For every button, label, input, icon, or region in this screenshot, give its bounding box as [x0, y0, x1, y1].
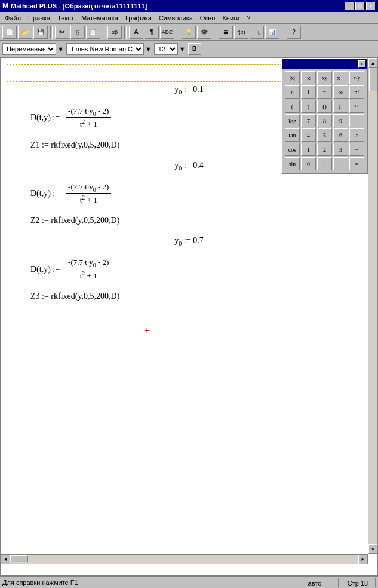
- lightbulb-icon[interactable]: 💡: [182, 26, 196, 39]
- calc-xovery[interactable]: x/y: [349, 71, 364, 84]
- calc-pi[interactable]: π: [317, 85, 332, 99]
- toolbar-btn-abc[interactable]: ABC: [160, 26, 174, 39]
- scroll-track-right: [368, 68, 378, 544]
- block-Z3: Z3 := rkfixed(y,0,5,200,D): [13, 292, 365, 301]
- save-button[interactable]: 💾: [33, 26, 48, 39]
- cut-button[interactable]: ✂: [55, 26, 69, 39]
- close-button[interactable]: ×: [366, 2, 376, 10]
- menu-books[interactable]: Книги: [219, 13, 243, 23]
- calc-cos[interactable]: cos: [285, 143, 300, 156]
- calc-minus[interactable]: −: [333, 157, 348, 170]
- calc-8[interactable]: 8: [317, 114, 332, 127]
- calc-equals[interactable]: =: [349, 157, 364, 170]
- calc-5[interactable]: 5: [317, 128, 332, 142]
- calc-abs[interactable]: |x|: [285, 71, 300, 84]
- calc-sin[interactable]: sin: [285, 157, 300, 170]
- calc-e[interactable]: e: [285, 85, 300, 99]
- new-button[interactable]: 📄: [2, 26, 17, 39]
- fcalc-button[interactable]: f(x): [234, 26, 248, 39]
- dropdown-arrow-font: ▼: [145, 45, 152, 53]
- calc-xinv[interactable]: x-1: [333, 71, 348, 84]
- app-icon: M: [2, 2, 8, 10]
- copy-button[interactable]: ⎘: [70, 26, 85, 39]
- calc-3[interactable]: 3: [333, 143, 348, 156]
- Z1-assign: Z1 := rkfixed(y,0,5,200,D): [30, 140, 119, 149]
- calc-i[interactable]: i: [301, 85, 316, 99]
- calc-9[interactable]: 9: [333, 114, 348, 127]
- open-button[interactable]: 📂: [18, 26, 32, 39]
- cursor-plus: +: [144, 325, 378, 338]
- toolbar-btn-a[interactable]: A: [129, 26, 143, 39]
- calc-title-bar: ×: [282, 59, 367, 69]
- menu-text[interactable]: Текст: [54, 13, 78, 23]
- menu-math[interactable]: Математика: [78, 13, 122, 23]
- calc-6[interactable]: 6: [333, 128, 348, 142]
- title-text: Mathcad PLUS - [Образец отчета11111111]: [11, 2, 147, 10]
- alpha-beta-button[interactable]: αβ: [107, 26, 122, 39]
- calc-tan[interactable]: tan: [285, 128, 300, 142]
- calc-lparen[interactable]: (: [285, 100, 300, 113]
- toolbar-btn-pilcrow[interactable]: ¶: [145, 26, 159, 39]
- menu-help[interactable]: ?: [243, 13, 254, 23]
- calc-dot[interactable]: .: [317, 157, 332, 170]
- style-select[interactable]: Переменные: [2, 43, 56, 55]
- calc-rparen[interactable]: ): [301, 100, 316, 113]
- calc-xbar[interactable]: x̄: [301, 71, 316, 84]
- calc-7[interactable]: 7: [301, 114, 316, 127]
- scrollbar-right[interactable]: ▲ ▼: [368, 58, 377, 554]
- calc-multiply[interactable]: ×: [349, 128, 364, 142]
- font-select[interactable]: Times New Roman C: [66, 43, 144, 55]
- calc-1[interactable]: 1: [301, 143, 316, 156]
- format-bar: Переменные ▼ Times New Roman C ▼ 12 ▼ B: [0, 41, 378, 57]
- D-lhs-1: D(t,y) :=: [30, 113, 60, 122]
- scroll-left-button[interactable]: ◄: [1, 555, 10, 564]
- calc-row-5: cos 1 2 3 +: [285, 143, 364, 156]
- paste-button[interactable]: 📋: [86, 26, 100, 39]
- denom-1: t2 + 1: [78, 118, 100, 129]
- calc-2[interactable]: 2: [317, 143, 332, 156]
- calc-ngamma[interactable]: ⁿΓ: [349, 100, 364, 113]
- menu-symbolic[interactable]: Символика: [155, 13, 196, 23]
- calc-divide[interactable]: ÷: [349, 114, 364, 127]
- calc-plus[interactable]: +: [349, 143, 364, 156]
- menu-graphics[interactable]: Графика: [122, 13, 155, 23]
- menu-bar: Файл Правка Текст Математика Графика Сим…: [0, 12, 378, 24]
- calc-log[interactable]: log: [285, 114, 300, 127]
- graph-button[interactable]: 📊: [265, 26, 279, 39]
- help-button[interactable]: ?: [287, 26, 301, 39]
- calc-row-3: log 7 8 9 ÷: [285, 114, 364, 127]
- menu-window[interactable]: Окно: [196, 13, 219, 23]
- toolbar-sep-1: [50, 26, 53, 39]
- size-select[interactable]: 12: [154, 43, 178, 55]
- numer-2: -(7.7·t·y0 - 2): [66, 182, 111, 194]
- hat-button[interactable]: 🎓: [197, 26, 211, 39]
- calc-parens[interactable]: (): [317, 100, 332, 113]
- zoom-button[interactable]: 🔍: [250, 26, 264, 39]
- calc-0[interactable]: 0: [301, 157, 316, 170]
- numer-1: -(7.7·t·y0 - 2): [66, 106, 111, 118]
- calc-grid: |x| x̄ xy x-1 x/y e i π ∞ n! ( ): [282, 69, 367, 173]
- scrollbar-bottom[interactable]: ◄ ►: [1, 554, 368, 564]
- scroll-thumb-right[interactable]: [369, 68, 377, 91]
- calc-gamma[interactable]: Γ: [333, 100, 348, 113]
- minimize-button[interactable]: _: [345, 2, 354, 10]
- scroll-thumb-bottom[interactable]: [10, 555, 28, 562]
- menu-edit[interactable]: Правка: [24, 13, 54, 23]
- menu-file[interactable]: Файл: [1, 13, 24, 23]
- scroll-down-button[interactable]: ▼: [368, 544, 378, 554]
- calc-inf[interactable]: ∞: [333, 85, 348, 99]
- scroll-right-button[interactable]: ►: [358, 555, 368, 564]
- bold-button[interactable]: B: [188, 43, 201, 55]
- worksheet[interactable]: y0 := 0.1 D(t,y) := -(7.7·t·y0 - 2) t: [0, 57, 378, 576]
- equals-button[interactable]: ≡: [219, 26, 233, 39]
- calc-xpowy[interactable]: xy: [317, 71, 332, 84]
- title-bar: M Mathcad PLUS - [Образец отчета11111111…: [0, 0, 378, 12]
- calc-factorial[interactable]: n!: [349, 85, 364, 99]
- scroll-up-button[interactable]: ▲: [368, 58, 378, 68]
- toolbar-sep-2: [103, 26, 105, 39]
- calc-4[interactable]: 4: [301, 128, 316, 142]
- calc-close-button[interactable]: ×: [358, 60, 365, 68]
- maximize-button[interactable]: □: [355, 2, 365, 10]
- calc-row-2: ( ) () Γ ⁿΓ: [285, 100, 364, 113]
- block-D-3: D(t,y) := -(7.7·t·y0 - 2) t2 + 1: [13, 258, 365, 281]
